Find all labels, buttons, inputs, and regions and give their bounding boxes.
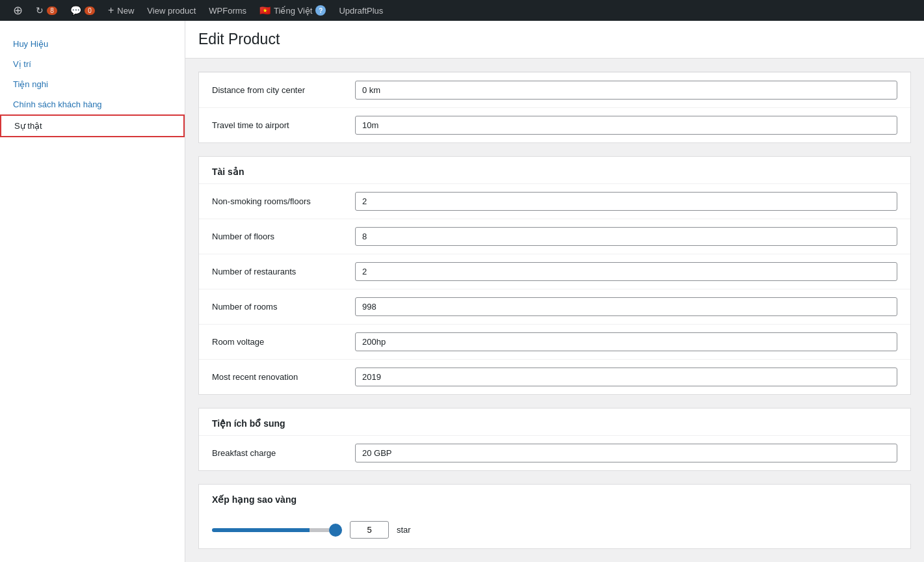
- sidebar-label-huy-hieu: Huy Hiệu: [13, 39, 48, 49]
- num-restaurants-label: Number of restaurants: [199, 254, 342, 289]
- tai-san-section: Tài sản Non-smoking rooms/floors Number …: [198, 156, 911, 395]
- renovation-input[interactable]: [355, 368, 897, 386]
- num-rooms-row: Number of rooms: [199, 289, 910, 325]
- sidebar-label-tien-nghi: Tiện nghi: [13, 79, 48, 89]
- room-voltage-input[interactable]: [355, 332, 897, 351]
- star-value-input[interactable]: [350, 521, 389, 539]
- new-label: New: [117, 6, 134, 16]
- non-smoking-label: Non-smoking rooms/floors: [199, 184, 342, 219]
- breakfast-charge-input[interactable]: [355, 444, 897, 462]
- wp-logo-icon: ⊕: [13, 3, 23, 18]
- updraft-label: UpdraftPlus: [339, 6, 383, 16]
- wpforms-label: WPForms: [209, 6, 246, 16]
- sidebar-item-vi-tri[interactable]: Vị trí: [0, 54, 185, 74]
- renovation-row: Most recent renovation: [199, 360, 910, 395]
- page-title: Edit Product: [198, 31, 911, 48]
- tai-san-table: Non-smoking rooms/floors Number of floor…: [199, 183, 910, 394]
- non-smoking-input-cell: [342, 184, 910, 219]
- admin-bar: ⊕ ↻ 8 💬 0 + New View product WPForms 🇻🇳 …: [0, 0, 924, 21]
- renovation-input-cell: [342, 360, 910, 395]
- tai-san-title: Tài sản: [199, 157, 910, 183]
- top-fields-section: Distance from city center Travel time to…: [198, 72, 911, 143]
- plus-icon: +: [108, 5, 114, 16]
- comments-badge: 0: [85, 7, 95, 15]
- num-floors-label: Number of floors: [199, 219, 342, 254]
- updates-badge: 8: [47, 7, 57, 15]
- travel-input[interactable]: [355, 116, 897, 135]
- num-rooms-input-cell: [342, 289, 910, 325]
- sidebar-label-chinh-sach: Chính sách khách hàng: [13, 100, 102, 109]
- page-header: Edit Product: [185, 21, 924, 59]
- num-restaurants-input[interactable]: [355, 262, 897, 281]
- updates-icon: ↻: [36, 5, 44, 16]
- num-restaurants-input-cell: [342, 254, 910, 289]
- non-smoking-row: Non-smoking rooms/floors: [199, 184, 910, 219]
- top-fields-table: Distance from city center Travel time to…: [199, 72, 910, 142]
- sidebar-item-chinh-sach[interactable]: Chính sách khách hàng: [0, 94, 185, 114]
- adminbar-updraft[interactable]: UpdraftPlus: [332, 0, 389, 21]
- main-wrapper: Distance from city center Travel time to…: [185, 59, 924, 562]
- num-floors-input[interactable]: [355, 227, 897, 246]
- sidebar-item-tien-nghi[interactable]: Tiện nghi: [0, 74, 185, 94]
- sidebar: Huy Hiệu Vị trí Tiện nghi Chính sách khá…: [0, 21, 185, 562]
- breakfast-charge-row: Breakfast charge: [199, 436, 910, 471]
- comments-icon: 💬: [70, 5, 81, 16]
- page-wrap: Huy Hiệu Vị trí Tiện nghi Chính sách khá…: [0, 21, 924, 562]
- star-slider[interactable]: [212, 528, 342, 532]
- sidebar-label-vi-tri: Vị trí: [13, 59, 31, 69]
- renovation-label: Most recent renovation: [199, 360, 342, 395]
- num-rooms-input[interactable]: [355, 297, 897, 316]
- view-product-label: View product: [147, 6, 196, 16]
- distance-input-cell: [342, 73, 910, 108]
- non-smoking-input[interactable]: [355, 192, 897, 211]
- travel-label: Travel time to airport: [199, 108, 342, 143]
- xep-hang-title: Xếp hạng sao vàng: [199, 485, 910, 511]
- vn-flag-icon: 🇻🇳: [259, 5, 271, 16]
- adminbar-lang[interactable]: 🇻🇳 Tiếng Việt ?: [253, 0, 332, 21]
- num-floors-input-cell: [342, 219, 910, 254]
- adminbar-updates[interactable]: ↻ 8: [29, 0, 64, 21]
- adminbar-wpforms[interactable]: WPForms: [202, 0, 253, 21]
- star-label: star: [397, 525, 411, 535]
- sidebar-item-huy-hieu[interactable]: Huy Hiệu: [0, 34, 185, 54]
- travel-input-cell: [342, 108, 910, 143]
- distance-label: Distance from city center: [199, 73, 342, 108]
- adminbar-wp-logo[interactable]: ⊕: [7, 0, 29, 21]
- sidebar-label-su-that: Sự thật: [14, 121, 42, 131]
- travel-row: Travel time to airport: [199, 108, 910, 143]
- room-voltage-input-cell: [342, 325, 910, 360]
- num-rooms-label: Number of rooms: [199, 289, 342, 325]
- breakfast-charge-input-cell: [342, 436, 910, 471]
- num-restaurants-row: Number of restaurants: [199, 254, 910, 289]
- distance-row: Distance from city center: [199, 73, 910, 108]
- tien-ich-title: Tiện ích bổ sung: [199, 408, 910, 435]
- xep-hang-section: Xếp hạng sao vàng star: [198, 484, 911, 549]
- breakfast-charge-label: Breakfast charge: [199, 436, 342, 471]
- distance-input[interactable]: [355, 81, 897, 100]
- adminbar-new[interactable]: + New: [101, 0, 140, 21]
- tien-ich-table: Breakfast charge: [199, 435, 910, 470]
- room-voltage-label: Room voltage: [199, 325, 342, 360]
- lang-label: Tiếng Việt: [274, 6, 312, 16]
- sidebar-item-su-that[interactable]: Sự thật: [0, 114, 185, 137]
- help-icon: ?: [315, 5, 326, 16]
- adminbar-comments[interactable]: 💬 0: [64, 0, 101, 21]
- room-voltage-row: Room voltage: [199, 325, 910, 360]
- adminbar-view-product[interactable]: View product: [140, 0, 202, 21]
- main-content: Edit Product Distance from city center T…: [185, 21, 924, 562]
- slider-wrap: star: [199, 511, 910, 548]
- num-floors-row: Number of floors: [199, 219, 910, 254]
- tien-ich-section: Tiện ích bổ sung Breakfast charge: [198, 408, 911, 471]
